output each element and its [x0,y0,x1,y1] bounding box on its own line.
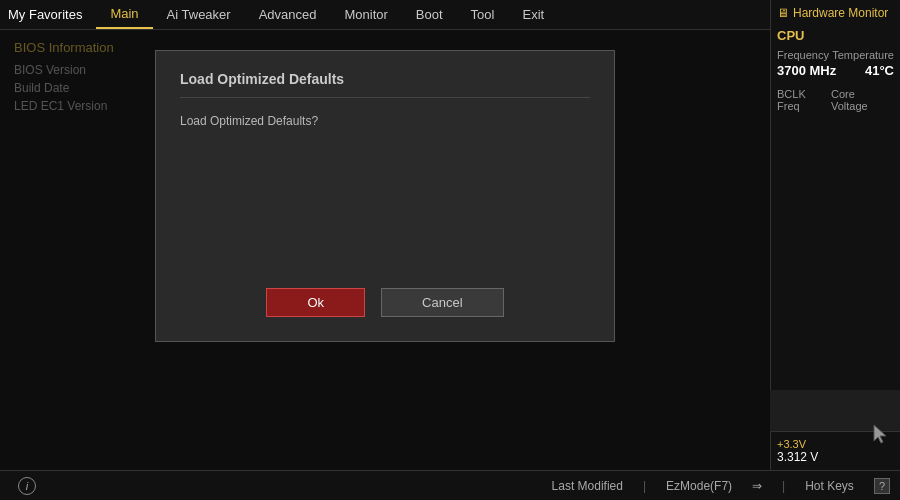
status-sep-2: | [782,479,785,493]
dialog-buttons: Ok Cancel [180,288,590,317]
monitor-icon: 🖥 [777,6,789,20]
svg-marker-0 [874,425,886,443]
hw-cpu-label: CPU [777,28,894,43]
hw-freq-temp-values: 3700 MHz 41°C [777,63,894,78]
hw-freq-label: Frequency [777,49,829,61]
status-bar: i Last Modified | EzMode(F7) ⇒ | Hot Key… [0,470,900,500]
last-modified-label[interactable]: Last Modified [552,479,623,493]
hw-temp-value: 41°C [865,63,894,78]
nav-ai-tweaker[interactable]: Ai Tweaker [153,0,245,29]
ok-button[interactable]: Ok [266,288,365,317]
hw-temp-label: Temperature [832,49,894,61]
ezmode-arrow-icon: ⇒ [752,479,762,493]
cancel-button[interactable]: Cancel [381,288,503,317]
dialog-title: Load Optimized Defaults [180,71,590,98]
info-icon: i [18,477,36,495]
cursor-icon [872,423,890,450]
hw-bclk-corevolt-labels: BCLK Freq Core Voltage [777,88,894,112]
nav-main[interactable]: Main [96,0,152,29]
dialog-body: Load Optimized Defaults? [180,114,590,128]
status-bar-left: i [18,477,36,495]
hw-freq-section: Frequency Temperature 3700 MHz 41°C [777,49,894,78]
nav-monitor[interactable]: Monitor [331,0,402,29]
nav-bar: My Favorites Main Ai Tweaker Advanced Mo… [0,0,900,30]
hw-freq-temp-labels: Frequency Temperature [777,49,894,61]
hw-corevolt-label: Core Voltage [831,88,894,112]
nav-tool[interactable]: Tool [457,0,509,29]
dialog-overlay: Load Optimized Defaults Load Optimized D… [0,30,770,470]
hotkeys-box-icon: ? [874,478,890,494]
hw-bclk-label: BCLK Freq [777,88,831,112]
hw-freq-value: 3700 MHz [777,63,836,78]
nav-advanced[interactable]: Advanced [245,0,331,29]
ezmode-label[interactable]: EzMode(F7) [666,479,732,493]
hot-keys-label[interactable]: Hot Keys [805,479,854,493]
nav-exit[interactable]: Exit [508,0,558,29]
voltage-value: 3.312 V [777,450,894,464]
nav-boot[interactable]: Boot [402,0,457,29]
status-sep-1: | [643,479,646,493]
nav-my-favorites[interactable]: My Favorites [0,0,96,29]
hardware-monitor-panel: 🖥 Hardware Monitor CPU Frequency Tempera… [770,0,900,390]
load-defaults-dialog: Load Optimized Defaults Load Optimized D… [155,50,615,342]
hw-monitor-title: 🖥 Hardware Monitor [777,6,894,20]
